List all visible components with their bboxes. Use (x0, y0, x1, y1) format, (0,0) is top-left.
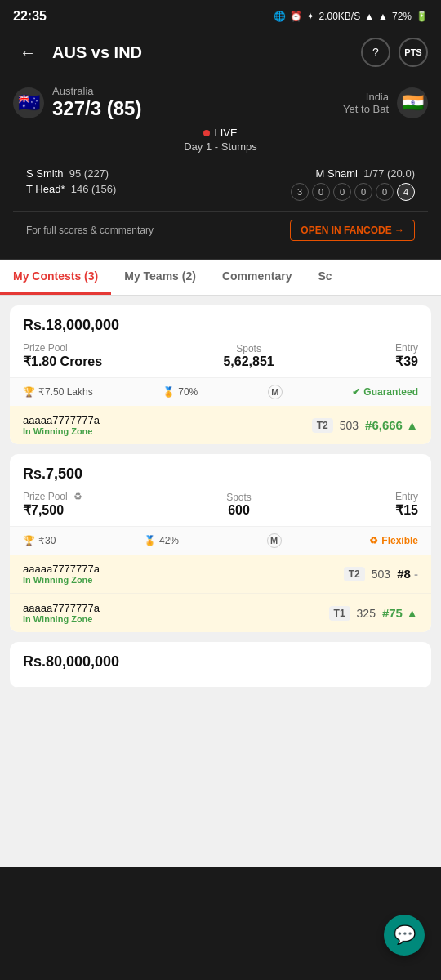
status-time: 22:35 (13, 9, 47, 24)
contest-2-title: Rs.7,500 (23, 466, 418, 483)
ball-5: 0 (376, 183, 394, 201)
info-prize-text: ₹7.50 Lakhs (38, 386, 93, 398)
day-info: Day 1 - Stumps (13, 140, 428, 153)
recycle-icon: ♻ (74, 491, 82, 502)
flexible-badge: ♻ Flexible (369, 535, 418, 546)
team-score-2a: 503 (372, 568, 390, 581)
header-left: ← AUS vs IND (13, 38, 142, 67)
batsman1-score: 95 (227) (69, 167, 109, 180)
team-tag-2b: T1 (329, 606, 350, 621)
team-rank-2b: #75 ▲ (382, 606, 418, 620)
batting-row-2: T Head* 146 (156) 3 0 0 0 0 4 (26, 183, 415, 201)
team-tag-info-1: T2 503 #6,666 ▲ (312, 418, 418, 433)
neutral-dash-2a: - (414, 567, 418, 581)
app-header: ← AUS vs IND ? PTS (0, 29, 441, 75)
entry-group: Entry ₹39 (395, 342, 418, 369)
contest-1-stats: Prize Pool ₹1.80 Crores Spots 5,62,851 E… (23, 342, 418, 369)
prize-pool-value: ₹1.80 Crores (23, 354, 102, 369)
flexible-text: Flexible (381, 535, 418, 546)
prize-pool-group-2: Prize Pool ♻ ₹7,500 (23, 491, 82, 518)
cup-icon-2: 🏅 (144, 535, 156, 546)
ball-indicators: 3 0 0 0 0 4 (291, 183, 415, 201)
status-bar: 22:35 🌐 ⏰ ✦ 2.00KB/S ▲ ▲ 72% 🔋 (0, 0, 441, 29)
info-prize-2: 🏆 ₹30 (23, 535, 56, 546)
tabs-container: My Contests (3) My Teams (2) Commentary … (0, 260, 441, 296)
team-tag-info-2b: T1 325 #75 ▲ (329, 606, 418, 621)
live-badge: LIVE (13, 127, 428, 139)
india-name: India (343, 91, 389, 103)
team-rank-2a: #8 - (397, 567, 418, 581)
contest-3-title: Rs.80,000,000 (23, 653, 418, 670)
info-percent: 🏅 70% (163, 386, 198, 398)
tab-my-contests[interactable]: My Contests (3) (0, 260, 111, 295)
header-right: ? PTS (361, 38, 428, 67)
winning-zone-1: aaaaa7777777a In Winning Zone (23, 414, 100, 436)
status-icons: 🌐 ⏰ ✦ 2.00KB/S ▲ ▲ 72% 🔋 (274, 11, 428, 22)
contest-2-stats: Prize Pool ♻ ₹7,500 Spots 600 Entry ₹15 (23, 491, 418, 518)
entry-value-2: ₹15 (395, 502, 418, 518)
in-winning-2a: In Winning Zone (23, 575, 100, 585)
australia-flag: 🇦🇺 (13, 87, 44, 118)
fancode-text: For full scores & commentary (26, 225, 154, 236)
team-score-2b: 325 (357, 607, 376, 620)
check-icon: ✔ (352, 386, 360, 398)
help-button[interactable]: ? (361, 38, 390, 67)
back-button[interactable]: ← (13, 38, 42, 67)
match-title: AUS vs IND (52, 43, 142, 62)
batting-section: S Smith 95 (227) M Shami 1/77 (20.0) T H… (13, 161, 428, 211)
info-percent-text-2: 42% (159, 535, 179, 546)
bluetooth-icon: ✦ (306, 11, 314, 22)
contest-card-1: Rs.18,000,000 Prize Pool ₹1.80 Crores Sp… (10, 305, 431, 444)
rank-value-2a: #8 (397, 567, 411, 581)
fancode-button[interactable]: OPEN IN FANCODE → (290, 220, 415, 241)
spots-group: Spots 5,62,851 (223, 343, 274, 369)
bowler-name: M Shami (316, 167, 358, 180)
ball-3: 0 (333, 183, 351, 201)
tab-my-teams[interactable]: My Teams (2) (111, 260, 209, 295)
batsman2-name: T Head* (26, 183, 65, 195)
alarm-icon: ⏰ (290, 11, 302, 22)
tab-my-teams-label: My Teams (2) (124, 270, 196, 283)
team-right: 🇮🇳 India Yet to Bat (343, 87, 428, 118)
prize-pool-group: Prize Pool ₹1.80 Crores (23, 342, 102, 369)
trophy-icon: 🏆 (23, 386, 35, 398)
tab-my-contests-label: My Contests (3) (13, 270, 98, 283)
contest-2-team-row-2: aaaaa7777777a In Winning Zone T1 325 #75… (10, 594, 431, 632)
contest-card-3: Rs.80,000,000 (10, 642, 431, 688)
team-info-2b: aaaaa7777777a In Winning Zone (23, 602, 100, 624)
m-badge-2: M (267, 533, 282, 548)
signal-icon: ▲ (378, 11, 388, 22)
live-text: LIVE (214, 127, 237, 139)
up-arrow-1: ▲ (406, 418, 418, 432)
in-winning-2b: In Winning Zone (23, 614, 100, 624)
ball-6: 4 (397, 183, 415, 201)
m-badge: M (268, 385, 283, 399)
tab-commentary[interactable]: Commentary (209, 260, 305, 295)
info-percent-text: 70% (178, 386, 198, 398)
guaranteed-badge: ✔ Guaranteed (352, 386, 418, 398)
info-m-2: M (267, 533, 282, 548)
team-info-1: aaaaa7777777a In Winning Zone (23, 414, 100, 436)
contest-card-2: Rs.7,500 Prize Pool ♻ ₹7,500 Spots 600 E… (10, 454, 431, 632)
wifi-icon: ▲ (364, 11, 374, 22)
chat-fab-icon: 💬 (394, 924, 416, 946)
spots-value-2: 600 (226, 503, 252, 518)
tab-sc[interactable]: Sc (305, 260, 345, 295)
team-tag-2a: T2 (344, 567, 365, 581)
live-dot (203, 130, 210, 136)
entry-label-2: Entry (395, 491, 418, 502)
team-tag-info-2a: T2 503 #8 - (344, 567, 418, 581)
pts-button[interactable]: PTS (399, 38, 428, 67)
in-winning-1: In Winning Zone (23, 426, 100, 436)
rank-value-2b: #75 (382, 606, 403, 620)
chat-fab[interactable]: 💬 (384, 915, 425, 956)
tab-commentary-label: Commentary (222, 270, 292, 283)
guaranteed-text: Guaranteed (363, 386, 418, 398)
contest-2-team-row-1: aaaaa7777777a In Winning Zone T2 503 #8 … (10, 555, 431, 594)
info-m: M (268, 385, 283, 399)
bowler-figures: 1/77 (20.0) (363, 167, 415, 180)
battery-label: 72% (392, 11, 412, 22)
batsman2-score: 146 (156) (71, 183, 117, 195)
batsman1-name: S Smith (26, 167, 64, 180)
teams-row: 🇦🇺 Australia 327/3 (85) 🇮🇳 India Yet to … (13, 85, 428, 120)
